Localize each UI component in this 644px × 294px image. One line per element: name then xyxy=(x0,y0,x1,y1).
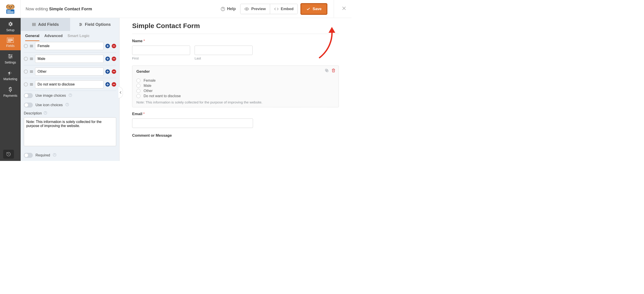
drag-handle-icon[interactable] xyxy=(30,45,33,47)
radio-icon xyxy=(136,84,140,88)
gender-label: Gender xyxy=(136,69,334,74)
drag-handle-icon[interactable] xyxy=(30,83,33,85)
remove-choice-button[interactable] xyxy=(112,44,116,48)
nav-marketing[interactable]: Marketing xyxy=(0,67,21,83)
embed-button[interactable]: Embed xyxy=(270,4,298,14)
field-label: Name* xyxy=(132,39,339,43)
radio-option[interactable]: Do not want to disclose xyxy=(136,94,334,98)
subtab-advanced[interactable]: Advanced xyxy=(44,34,62,41)
form-title: Simple Contact Form xyxy=(132,22,339,30)
trash-icon xyxy=(332,68,336,72)
toggle-switch[interactable] xyxy=(24,153,33,158)
close-button[interactable] xyxy=(341,5,347,13)
last-name-input[interactable] xyxy=(194,45,252,55)
toggle-switch[interactable] xyxy=(24,103,33,107)
choice-input[interactable] xyxy=(35,55,104,63)
svg-point-31 xyxy=(80,25,80,26)
subtab-smart-logic[interactable]: Smart Logic xyxy=(68,34,90,41)
gear-icon xyxy=(8,21,13,27)
list-icon xyxy=(32,22,36,26)
toggle-switch[interactable] xyxy=(24,93,33,98)
field-gender-selected[interactable]: Gender Female Male Other Do not want to … xyxy=(132,65,339,107)
toggle-icon-choices: Use icon choices xyxy=(24,100,116,110)
nav-payments[interactable]: Payments xyxy=(0,83,21,100)
required-asterisk: * xyxy=(143,39,145,43)
eye-icon xyxy=(244,7,249,11)
help-tooltip-icon[interactable] xyxy=(53,153,56,158)
choice-default-radio[interactable] xyxy=(24,44,28,48)
required-asterisk: * xyxy=(143,112,145,116)
name-inputs: First Last xyxy=(132,45,339,60)
svg-rect-20 xyxy=(9,54,10,56)
add-choice-button[interactable] xyxy=(106,44,110,48)
choice-default-radio[interactable] xyxy=(24,57,28,61)
toggle-label: Use icon choices xyxy=(36,103,63,107)
history-icon xyxy=(6,152,11,157)
email-input[interactable] xyxy=(132,118,253,128)
save-button[interactable]: Save xyxy=(300,3,328,15)
form-name: Simple Contact Form xyxy=(49,6,92,11)
svg-rect-21 xyxy=(11,56,12,57)
now-editing-prefix: Now editing xyxy=(26,6,49,11)
help-tooltip-icon[interactable] xyxy=(66,103,69,107)
tab-field-options[interactable]: Field Options xyxy=(70,18,120,31)
dollar-icon xyxy=(8,87,13,92)
revert-button[interactable] xyxy=(3,150,14,159)
choice-input[interactable] xyxy=(35,42,104,50)
plus-icon xyxy=(106,70,109,73)
logo[interactable] xyxy=(0,0,21,18)
first-name-input[interactable] xyxy=(132,45,190,55)
svg-rect-25 xyxy=(32,25,36,26)
nav-fields[interactable]: Fields xyxy=(0,34,21,50)
description-label: Description xyxy=(24,111,116,116)
svg-point-29 xyxy=(80,23,80,24)
remove-choice-button[interactable] xyxy=(112,69,116,74)
code-icon xyxy=(274,7,279,11)
tab-add-fields[interactable]: Add Fields xyxy=(21,18,70,31)
form-icon xyxy=(7,38,14,43)
field-actions xyxy=(325,68,336,73)
form-preview: Simple Contact Form Name* First Last xyxy=(120,18,352,161)
choice-input[interactable] xyxy=(35,80,104,88)
toggle-required: Required xyxy=(24,151,116,160)
nav-setup-label: Setup xyxy=(6,28,14,32)
svg-rect-15 xyxy=(8,40,13,41)
nav-settings[interactable]: Settings xyxy=(0,50,21,67)
nav-setup[interactable]: Setup xyxy=(0,18,21,34)
options-panel: Add Fields Field Options General Advance… xyxy=(21,18,120,161)
preview-button[interactable]: Preview xyxy=(240,4,270,14)
add-choice-button[interactable] xyxy=(106,56,110,61)
duplicate-button[interactable] xyxy=(325,68,329,73)
subtab-general[interactable]: General xyxy=(25,34,39,41)
remove-choice-button[interactable] xyxy=(112,82,116,87)
delete-button[interactable] xyxy=(332,68,336,73)
choice-input[interactable] xyxy=(35,67,104,76)
help-link[interactable]: Help xyxy=(221,6,236,11)
help-tooltip-icon[interactable] xyxy=(44,111,47,116)
radio-option[interactable]: Female xyxy=(136,78,334,83)
svg-rect-22 xyxy=(10,57,10,59)
radio-option[interactable]: Other xyxy=(136,89,334,93)
choice-default-radio[interactable] xyxy=(24,82,28,86)
toggle-image-choices: Use image choices xyxy=(24,91,116,100)
choice-row xyxy=(24,52,116,65)
svg-rect-2 xyxy=(7,11,14,12)
radio-option[interactable]: Male xyxy=(136,84,334,88)
nav-payments-label: Payments xyxy=(3,94,17,97)
help-icon xyxy=(221,7,225,11)
description-textarea[interactable] xyxy=(24,117,116,146)
copy-icon xyxy=(325,68,329,72)
remove-choice-button[interactable] xyxy=(112,56,116,61)
choice-default-radio[interactable] xyxy=(24,70,28,74)
field-label: Comment or Message xyxy=(132,133,339,138)
check-icon xyxy=(306,7,310,11)
plus-icon xyxy=(106,83,109,85)
choice-row xyxy=(24,65,116,78)
choice-row xyxy=(24,42,116,52)
add-choice-button[interactable] xyxy=(106,82,110,87)
svg-rect-1 xyxy=(7,10,10,11)
drag-handle-icon[interactable] xyxy=(30,70,33,73)
help-tooltip-icon[interactable] xyxy=(68,93,72,98)
drag-handle-icon[interactable] xyxy=(30,58,33,60)
add-choice-button[interactable] xyxy=(106,69,110,74)
